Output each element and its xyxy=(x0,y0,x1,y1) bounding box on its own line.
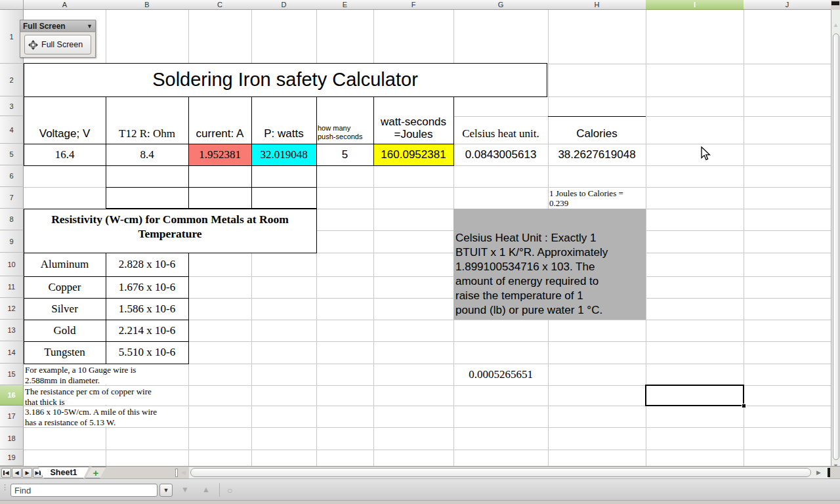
column-header-i[interactable]: I xyxy=(646,0,744,10)
add-sheet-tab[interactable]: + xyxy=(85,467,106,478)
row-header-2[interactable]: 2 xyxy=(0,64,24,96)
cell-metal-value[interactable]: 1.676 x 10-6 xyxy=(106,276,188,298)
scroll-left-icon[interactable]: ◀ xyxy=(181,469,186,476)
toolbar-grip-icon[interactable]: ⋮ xyxy=(1,483,9,492)
find-all-icon[interactable]: ○ xyxy=(227,485,232,495)
cell-joules-calories-note[interactable]: 1 Joules to Calories = 0.239 xyxy=(548,187,645,209)
row-header-16[interactable]: 16 xyxy=(0,385,24,406)
cell-metal-name[interactable]: Aluminum xyxy=(24,253,106,276)
selection-box[interactable] xyxy=(645,385,744,406)
next-sheet-button[interactable]: ▶ xyxy=(22,468,32,478)
cell-metal-name[interactable]: Copper xyxy=(24,276,106,298)
row-header-5[interactable]: 5 xyxy=(0,144,24,165)
cell-metal-value[interactable]: 1.586 x 10-6 xyxy=(106,298,188,320)
row-header-13[interactable]: 13 xyxy=(0,320,24,341)
bar-glyph xyxy=(39,471,41,475)
vertical-scrollbar-thumb[interactable] xyxy=(833,33,839,460)
row-header-3[interactable]: 3 xyxy=(0,96,24,116)
cell-header-calories[interactable]: Calories xyxy=(548,116,646,144)
cell-joules-value[interactable]: 160.0952381 xyxy=(373,144,453,165)
cell-metal-name[interactable]: Silver xyxy=(24,298,106,320)
row-header-19[interactable]: 19 xyxy=(0,450,24,466)
row-header-6[interactable]: 6 xyxy=(0,165,24,187)
cell-header-power[interactable]: P: watts xyxy=(251,96,316,144)
horizontal-scrollbar[interactable] xyxy=(189,467,828,478)
cell-metal-name[interactable]: Tungsten xyxy=(24,341,106,364)
column-header-a[interactable]: A xyxy=(24,0,106,10)
gridline xyxy=(24,450,831,450)
row-header-9[interactable]: 9 xyxy=(0,230,24,253)
border-line xyxy=(188,96,189,165)
sheet-grid[interactable]: Soldering Iron safety Calculator Voltage… xyxy=(0,0,831,466)
column-header-f[interactable]: F xyxy=(373,0,454,10)
row-header-18[interactable]: 18 xyxy=(0,427,24,450)
sheet-tab-bar: ◀ ◀ ▶ ▶ Sheet1 + ◀ ▶ xyxy=(0,466,840,478)
cell-metal-value[interactable]: 2.214 x 10-6 xyxy=(106,320,188,341)
cell-header-chu[interactable]: Celsius heat unit. xyxy=(453,116,548,144)
plus-icon: + xyxy=(93,467,99,478)
cell-chu-definition[interactable]: Celsius Heat Unit : Exactly 1 BTUIT x 1 … xyxy=(453,209,646,320)
cell-t12-value[interactable]: 8.4 xyxy=(106,144,188,165)
column-header-b[interactable]: B xyxy=(106,0,189,10)
first-sheet-button[interactable]: ◀ xyxy=(1,468,11,478)
column-header-g[interactable]: G xyxy=(453,0,549,10)
row-header-17[interactable]: 17 xyxy=(0,406,24,427)
row-header-15[interactable]: 15 xyxy=(0,364,24,385)
selection-fill-handle[interactable] xyxy=(742,404,746,408)
previous-sheet-button[interactable]: ◀ xyxy=(12,468,22,478)
cell-header-voltage[interactable]: Voltage; V xyxy=(24,96,106,144)
cell-chu-per-joule-value[interactable]: 0.0005265651 xyxy=(453,364,548,385)
sheet-tab-sheet1[interactable]: Sheet1 xyxy=(38,467,89,478)
cell-metal-value[interactable]: 2.828 x 10-6 xyxy=(106,253,188,276)
row-header-11[interactable]: 11 xyxy=(0,276,24,298)
border-line xyxy=(373,96,374,165)
cell-title[interactable]: Soldering Iron safety Calculator xyxy=(24,63,547,96)
column-header-d[interactable]: D xyxy=(251,0,317,10)
find-next-icon[interactable]: ▼ xyxy=(181,485,189,494)
cell-header-current[interactable]: current: A xyxy=(188,96,251,144)
row-header-7[interactable]: 7 xyxy=(0,187,24,209)
horizontal-split-handle[interactable] xyxy=(828,468,830,477)
vertical-scrollbar[interactable]: ▲ ▼ xyxy=(831,10,840,466)
fullscreen-toolbar-titlebar[interactable]: Full Screen ▼ xyxy=(20,20,95,32)
column-header-e[interactable]: E xyxy=(316,0,374,10)
chevron-down-icon[interactable]: ▼ xyxy=(87,23,93,30)
column-header-h[interactable]: H xyxy=(548,0,646,10)
cell-calories-value[interactable]: 38.2627619048 xyxy=(548,144,646,165)
fullscreen-button[interactable]: Full Screen xyxy=(24,35,91,54)
column-header-j[interactable]: J xyxy=(744,0,831,10)
cell-gauge-note[interactable]: 3.186 x 10-5W/cm. A mile of this wire ha… xyxy=(24,406,188,427)
cell-voltage-value[interactable]: 16.4 xyxy=(24,144,106,165)
first-sheet-icon: ◀ xyxy=(5,470,9,476)
cell-gauge-note[interactable]: The resistance per cm of copper wire tha… xyxy=(24,386,188,405)
window-bottom-edge xyxy=(0,500,840,504)
cell-resistivity-heading[interactable]: Resistivity (W-cm) for Common Metals at … xyxy=(24,209,316,253)
cell-push-seconds-value[interactable]: 5 xyxy=(316,144,373,165)
scroll-up-icon[interactable]: ▲ xyxy=(833,22,839,28)
cell-header-push-seconds[interactable]: how many push-seconds xyxy=(316,96,373,144)
cell-header-joules[interactable]: watt-seconds =Joules xyxy=(373,96,453,144)
horizontal-scrollbar-thumb[interactable] xyxy=(190,468,811,477)
find-dropdown-button[interactable]: ▼ xyxy=(159,484,173,497)
gridline xyxy=(24,165,831,166)
find-previous-icon[interactable]: ▲ xyxy=(202,485,210,494)
row-header-14[interactable]: 14 xyxy=(0,341,24,364)
cell-metal-name[interactable]: Gold xyxy=(24,320,106,341)
cell-metal-value[interactable]: 5.510 x 10-6 xyxy=(106,341,188,364)
cell-current-value[interactable]: 1.952381 xyxy=(188,144,251,165)
border-line xyxy=(24,320,188,320)
cell-power-value[interactable]: 32.019048 xyxy=(251,144,316,165)
select-all-corner[interactable] xyxy=(0,0,24,10)
scroll-right-icon[interactable]: ▶ xyxy=(816,469,821,476)
vertical-split-handle[interactable] xyxy=(831,1,839,5)
cell-header-t12[interactable]: T12 R: Ohm xyxy=(106,96,188,144)
tab-area-splitter[interactable] xyxy=(175,469,178,477)
find-input[interactable] xyxy=(10,484,158,497)
column-header-c[interactable]: C xyxy=(188,0,252,10)
cell-chu-value[interactable]: 0.0843005613 xyxy=(453,144,548,165)
row-header-12[interactable]: 12 xyxy=(0,298,24,320)
row-header-4[interactable]: 4 xyxy=(0,116,24,144)
row-header-10[interactable]: 10 xyxy=(0,253,24,276)
cell-gauge-note[interactable]: For example, a 10 Gauge wire is 2.588mm … xyxy=(24,364,188,385)
row-header-8[interactable]: 8 xyxy=(0,209,24,230)
